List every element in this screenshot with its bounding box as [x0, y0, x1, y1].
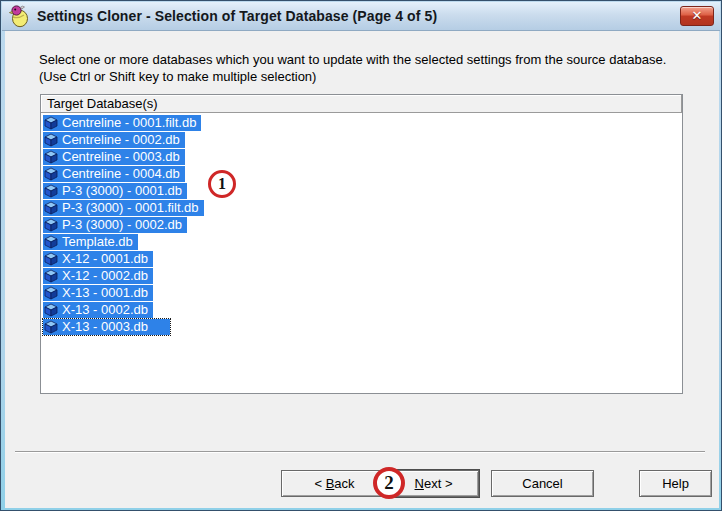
- list-item-selection: Centreline - 0002.db: [43, 132, 185, 148]
- list-item-selection: X-12 - 0002.db: [43, 268, 153, 284]
- database-cube-icon: [44, 303, 58, 317]
- list-item-selection: Centreline - 0003.db: [43, 149, 185, 165]
- cancel-button[interactable]: Cancel: [491, 470, 594, 497]
- dialog-body: Select one or more databases which you w…: [5, 31, 719, 508]
- list-item-selection: Template.db: [43, 234, 138, 250]
- settings-cloner-dialog: Settings Cloner - Selection of Target Da…: [0, 0, 722, 511]
- list-item-selection: X-12 - 0001.db: [43, 251, 153, 267]
- annotation-step-2: 2: [373, 467, 405, 499]
- list-item-label: P-3 (3000) - 0001.filt.db: [62, 200, 199, 215]
- button-separator: [15, 451, 705, 453]
- list-item[interactable]: P-3 (3000) - 0001.filt.db: [43, 199, 682, 216]
- database-cube-icon: [44, 218, 58, 232]
- instruction-line-1: Select one or more databases which you w…: [39, 51, 711, 68]
- list-item[interactable]: X-12 - 0001.db: [43, 250, 682, 267]
- list-item[interactable]: Centreline - 0004.db: [43, 165, 682, 182]
- database-cube-icon: [44, 116, 58, 130]
- list-item-label: Template.db: [62, 234, 133, 249]
- database-cube-icon: [44, 286, 58, 300]
- app-parrot-icon: [8, 4, 32, 28]
- annotation-step-2-label: 2: [384, 472, 394, 494]
- list-item-selection: X-13 - 0001.db: [43, 285, 153, 301]
- database-cube-icon: [44, 167, 58, 181]
- database-cube-icon: [44, 320, 58, 334]
- list-item-label: X-13 - 0002.db: [62, 302, 148, 317]
- list-item-label: X-13 - 0003.db: [62, 319, 148, 334]
- list-item-label: Centreline - 0002.db: [62, 132, 180, 147]
- list-item[interactable]: Centreline - 0002.db: [43, 131, 682, 148]
- list-item-selection: Centreline - 0004.db: [43, 166, 185, 182]
- list-item-label: X-12 - 0001.db: [62, 251, 148, 266]
- window-title: Settings Cloner - Selection of Target Da…: [37, 8, 437, 24]
- list-item-label: P-3 (3000) - 0002.db: [62, 217, 182, 232]
- database-cube-icon: [44, 184, 58, 198]
- help-button[interactable]: Help: [639, 470, 712, 497]
- database-cube-icon: [44, 269, 58, 283]
- list-item-selection: P-3 (3000) - 0001.filt.db: [43, 200, 204, 216]
- column-header-target-databases[interactable]: Target Database(s): [41, 95, 682, 113]
- list-item[interactable]: P-3 (3000) - 0002.db: [43, 216, 682, 233]
- list-item-label: X-13 - 0001.db: [62, 285, 148, 300]
- list-item-selection: P-3 (3000) - 0001.db: [43, 183, 187, 199]
- list-item-label: Centreline - 0003.db: [62, 149, 180, 164]
- list-item-label: X-12 - 0002.db: [62, 268, 148, 283]
- list-item[interactable]: Centreline - 0001.filt.db: [43, 114, 682, 131]
- list-item-label: Centreline - 0004.db: [62, 166, 180, 181]
- list-item[interactable]: X-13 - 0003.db: [43, 318, 682, 335]
- list-item[interactable]: P-3 (3000) - 0001.db: [43, 182, 682, 199]
- list-item-selection: X-13 - 0003.db: [43, 319, 170, 335]
- list-item[interactable]: X-13 - 0002.db: [43, 301, 682, 318]
- close-button[interactable]: ✕: [680, 6, 714, 26]
- target-database-list: Centreline - 0001.filt.db Centreline - 0…: [41, 113, 682, 335]
- back-button[interactable]: < Back: [281, 470, 388, 497]
- list-item[interactable]: Centreline - 0003.db: [43, 148, 682, 165]
- list-item-label: Centreline - 0001.filt.db: [62, 115, 196, 130]
- list-item-label: P-3 (3000) - 0001.db: [62, 183, 182, 198]
- target-database-listbox: Target Database(s) Centreline - 0001.fil…: [40, 94, 683, 394]
- database-cube-icon: [44, 201, 58, 215]
- title-bar[interactable]: Settings Cloner - Selection of Target Da…: [2, 2, 720, 31]
- database-cube-icon: [44, 133, 58, 147]
- annotation-step-1-label: 1: [218, 175, 226, 193]
- instruction-text: Select one or more databases which you w…: [39, 51, 711, 85]
- annotation-step-1: 1: [208, 170, 236, 198]
- list-item-selection: P-3 (3000) - 0002.db: [43, 217, 187, 233]
- list-item[interactable]: Template.db: [43, 233, 682, 250]
- database-cube-icon: [44, 235, 58, 249]
- close-icon: ✕: [692, 8, 703, 23]
- list-item-selection: X-13 - 0002.db: [43, 302, 153, 318]
- list-item[interactable]: X-13 - 0001.db: [43, 284, 682, 301]
- back-button-label: <: [314, 476, 325, 491]
- column-header-label: Target Database(s): [47, 96, 158, 111]
- database-cube-icon: [44, 150, 58, 164]
- instruction-line-2: (Use Ctrl or Shift key to make multiple …: [39, 68, 711, 85]
- list-item[interactable]: X-12 - 0002.db: [43, 267, 682, 284]
- database-cube-icon: [44, 252, 58, 266]
- list-item-selection: Centreline - 0001.filt.db: [43, 115, 201, 131]
